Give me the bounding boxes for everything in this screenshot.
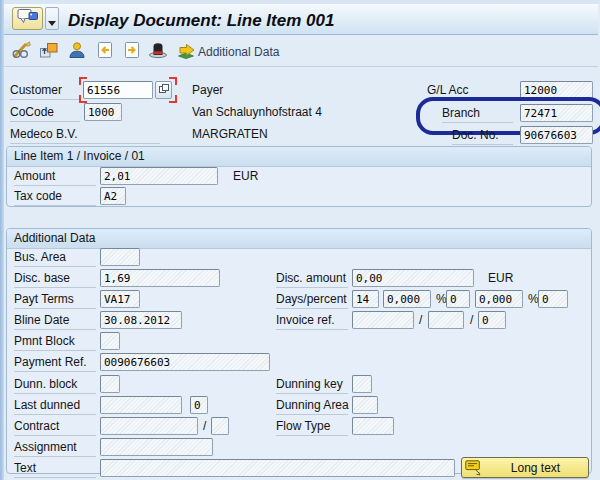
title-bar: Display Document: Line Item 001	[4, 4, 598, 35]
days1-field[interactable]: 14	[352, 290, 379, 308]
payer-text: Payer	[192, 83, 223, 97]
invoice-ref-field-1[interactable]	[352, 311, 414, 329]
master-data-button[interactable]	[66, 40, 88, 60]
payment-ref-field[interactable]: 0090676603	[100, 353, 270, 371]
gl-acc-field[interactable]: 12000	[520, 81, 593, 99]
screen-menu-dropdown-button[interactable]	[45, 7, 59, 30]
invoice-ref-label: Invoice ref.	[276, 313, 348, 330]
tax-code-label: Tax code	[14, 189, 96, 206]
display-change-button[interactable]	[10, 40, 32, 60]
bline-date-label: Bline Date	[14, 313, 96, 330]
assignment-label: Assignment	[14, 440, 96, 457]
page-title: Display Document: Line Item 001	[68, 11, 334, 31]
company-name-text: Medeco B.V.	[10, 127, 160, 144]
disc-amount-label: Disc. amount	[276, 271, 348, 288]
customer-search-help-button[interactable]	[155, 81, 172, 99]
disc-base-label: Disc. base	[14, 271, 96, 288]
amount-field[interactable]: 2,01	[100, 167, 218, 185]
contract-field-1[interactable]	[100, 417, 198, 435]
payt-terms-field[interactable]: VA17	[100, 290, 140, 308]
additional-data-section-title: Additional Data	[14, 231, 95, 245]
window-frame-left	[0, 0, 4, 480]
additional-data-button[interactable]	[175, 40, 197, 60]
payt-terms-label: Payt Terms	[14, 292, 96, 309]
text-label: Text	[14, 461, 96, 478]
line-item-section-title: Line Item 1 / Invoice / 01	[14, 149, 145, 163]
payment-ref-label: Payment Ref.	[14, 355, 96, 372]
contract-label: Contract	[14, 419, 96, 436]
page-arrow-right-icon	[121, 46, 143, 63]
sap-transaction-icon	[17, 8, 39, 29]
days3-field[interactable]: 0	[538, 290, 568, 308]
bline-date-field[interactable]: 30.08.2012	[100, 311, 182, 329]
contract-field-2[interactable]	[211, 417, 229, 435]
flow-type-label: Flow Type	[276, 419, 348, 436]
next-item-button[interactable]	[121, 40, 143, 60]
other-document-button[interactable]	[38, 40, 60, 60]
last-dunned-count-field[interactable]: 0	[190, 396, 208, 414]
arrow-export-icon	[175, 46, 197, 63]
invoice-ref-sep-1: /	[419, 313, 422, 327]
disc-base-field[interactable]: 1,69	[100, 269, 220, 287]
days2-field[interactable]: 0	[446, 290, 470, 308]
street-text: Van Schaluynhofstraat 4	[192, 105, 322, 119]
customer-label: Customer	[10, 83, 80, 100]
gl-acc-label: G/L Acc	[427, 83, 513, 100]
long-text-button-label: Long text	[483, 461, 588, 475]
long-text-icon	[465, 460, 483, 476]
matchcode-icon	[158, 81, 170, 99]
top-hat-icon	[147, 46, 169, 63]
dunn-block-label: Dunn. block	[14, 377, 96, 394]
previous-item-button[interactable]	[94, 40, 116, 60]
doc-no-field[interactable]: 90676603	[520, 126, 593, 144]
additional-data-button-label[interactable]: Additional Data	[198, 45, 279, 59]
dunning-area-field[interactable]	[352, 396, 378, 414]
page-arrow-left-icon	[94, 46, 116, 63]
dunning-key-field[interactable]	[352, 375, 372, 393]
invoice-ref-sep-2: /	[470, 313, 473, 327]
pmnt-block-field[interactable]	[100, 332, 120, 350]
last-dunned-field[interactable]	[100, 396, 182, 414]
invoice-ref-field-2[interactable]	[428, 311, 464, 329]
tax-code-field[interactable]: A2	[100, 187, 126, 205]
city-text: MARGRATEN	[192, 127, 268, 141]
amount-currency-text: EUR	[233, 169, 258, 183]
cocode-label: CoCode	[10, 105, 80, 122]
last-dunned-label: Last dunned	[14, 398, 96, 415]
contract-sep: /	[203, 419, 206, 433]
application-toolbar: Additional Data	[4, 35, 598, 67]
pmnt-block-label: Pmnt Block	[14, 334, 96, 351]
glasses-pencil-icon	[10, 46, 32, 63]
dunning-area-label: Dunning Area	[276, 398, 348, 415]
person-icon	[66, 46, 88, 63]
days-percent-label: Days/percent	[276, 292, 348, 309]
branch-label: Branch	[442, 106, 513, 123]
assignment-field[interactable]	[100, 438, 213, 456]
sap-window: Display Document: Line Item 001	[0, 0, 600, 480]
disc-amount-field[interactable]: 0,00	[352, 269, 474, 287]
document-header-button[interactable]	[147, 40, 169, 60]
amount-label: Amount	[14, 169, 96, 186]
flow-type-field[interactable]	[352, 417, 394, 435]
screen-menu-button[interactable]	[12, 7, 43, 30]
bus-area-field[interactable]	[100, 248, 140, 266]
bus-area-label: Bus. Area	[14, 250, 96, 267]
percent1-field[interactable]: 0,000	[383, 290, 431, 308]
dunn-block-field[interactable]	[100, 375, 120, 393]
doc-no-label: Doc. No.	[452, 128, 513, 145]
text-field[interactable]	[100, 459, 455, 477]
customer-field[interactable]: 61556	[83, 81, 153, 99]
invoice-ref-field-3[interactable]: 0	[478, 311, 506, 329]
cocode-field[interactable]: 1000	[84, 103, 122, 121]
disc-amount-currency-text: EUR	[488, 271, 513, 285]
percent2-field[interactable]: 0,000	[475, 290, 523, 308]
chevron-down-icon	[48, 21, 56, 26]
overlapping-pages-icon	[38, 46, 60, 63]
branch-field[interactable]: 72471	[520, 104, 593, 122]
dunning-key-label: Dunning key	[276, 377, 348, 394]
long-text-button[interactable]: Long text	[461, 457, 589, 478]
